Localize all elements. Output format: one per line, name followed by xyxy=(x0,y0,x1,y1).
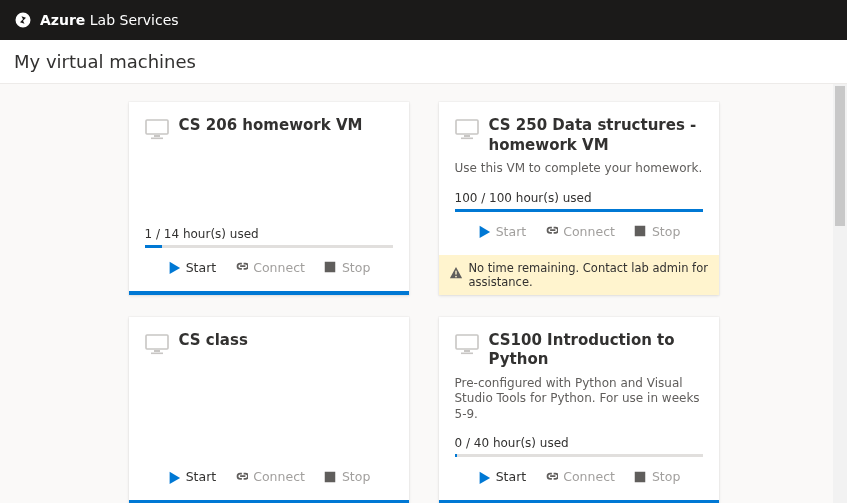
vm-description: Use this VM to complete your homework. xyxy=(455,161,703,177)
stop-button-label: Stop xyxy=(342,260,370,275)
connect-button: Connect xyxy=(544,224,615,239)
vm-card: CS100 Introduction to PythonPre-configur… xyxy=(439,317,719,503)
vm-title: CS class xyxy=(179,331,248,351)
stop-button-label: Stop xyxy=(652,224,680,239)
start-button[interactable]: Start xyxy=(167,469,217,484)
vm-title: CS100 Introduction to Python xyxy=(489,331,703,370)
monitor-icon xyxy=(145,118,169,143)
start-button-label: Start xyxy=(496,469,527,484)
vm-actions: StartConnectStop xyxy=(145,465,393,490)
quota-label: 0 / 40 hour(s) used xyxy=(455,436,703,450)
stop-button-icon xyxy=(633,224,647,238)
connect-button-icon xyxy=(234,470,248,484)
monitor-icon xyxy=(455,333,479,358)
brand-label: Azure Lab Services xyxy=(40,12,179,28)
vm-actions: StartConnectStop xyxy=(145,256,393,281)
stop-button-icon xyxy=(633,470,647,484)
start-button-icon xyxy=(167,260,181,274)
vm-title: CS 250 Data structures - homework VM xyxy=(489,116,703,155)
card-accent-bar xyxy=(129,291,409,295)
connect-button-label: Connect xyxy=(563,224,615,239)
stop-button: Stop xyxy=(323,469,370,484)
vertical-scrollbar[interactable] xyxy=(833,84,847,503)
quota-progress xyxy=(145,245,393,248)
start-button-label: Start xyxy=(186,469,217,484)
top-nav-bar: Azure Lab Services xyxy=(0,0,847,40)
azure-logo-icon xyxy=(14,11,32,29)
monitor-icon xyxy=(455,118,479,143)
start-button-label: Start xyxy=(186,260,217,275)
vm-card: CS classStartConnectStop xyxy=(129,317,409,503)
content-area: CS 206 homework VM1 / 14 hour(s) usedSta… xyxy=(0,84,847,503)
stop-button: Stop xyxy=(323,260,370,275)
connect-button-label: Connect xyxy=(253,260,305,275)
vm-actions: StartConnectStop xyxy=(455,220,703,245)
start-button[interactable]: Start xyxy=(167,260,217,275)
vm-actions: StartConnectStop xyxy=(455,465,703,490)
connect-button-label: Connect xyxy=(563,469,615,484)
stop-button: Stop xyxy=(633,224,680,239)
stop-button-icon xyxy=(323,260,337,274)
page-title: My virtual machines xyxy=(0,40,847,84)
start-button-icon xyxy=(477,224,491,238)
vm-card: CS 250 Data structures - homework VMUse … xyxy=(439,102,719,295)
connect-button: Connect xyxy=(234,469,305,484)
scrollbar-thumb[interactable] xyxy=(835,86,845,226)
vm-title: CS 206 homework VM xyxy=(179,116,363,136)
start-button[interactable]: Start xyxy=(477,469,527,484)
connect-button-icon xyxy=(544,224,558,238)
quota-label: 100 / 100 hour(s) used xyxy=(455,191,703,205)
warning-icon xyxy=(449,266,463,283)
no-time-alert: No time remaining. Contact lab admin for… xyxy=(439,255,719,295)
connect-button-icon xyxy=(234,260,248,274)
monitor-icon xyxy=(145,333,169,358)
stop-button-label: Stop xyxy=(652,469,680,484)
start-button-icon xyxy=(167,470,181,484)
vm-card: CS 206 homework VM1 / 14 hour(s) usedSta… xyxy=(129,102,409,295)
connect-button-icon xyxy=(544,470,558,484)
connect-button: Connect xyxy=(544,469,615,484)
alert-text: No time remaining. Contact lab admin for… xyxy=(469,261,709,289)
start-button-icon xyxy=(477,470,491,484)
start-button: Start xyxy=(477,224,527,239)
quota-progress xyxy=(455,209,703,212)
stop-button-label: Stop xyxy=(342,469,370,484)
vm-description: Pre-configured with Python and Visual St… xyxy=(455,376,703,423)
quota-progress xyxy=(455,454,703,457)
connect-button-label: Connect xyxy=(253,469,305,484)
quota-label: 1 / 14 hour(s) used xyxy=(145,227,393,241)
stop-button: Stop xyxy=(633,469,680,484)
start-button-label: Start xyxy=(496,224,527,239)
connect-button: Connect xyxy=(234,260,305,275)
stop-button-icon xyxy=(323,470,337,484)
